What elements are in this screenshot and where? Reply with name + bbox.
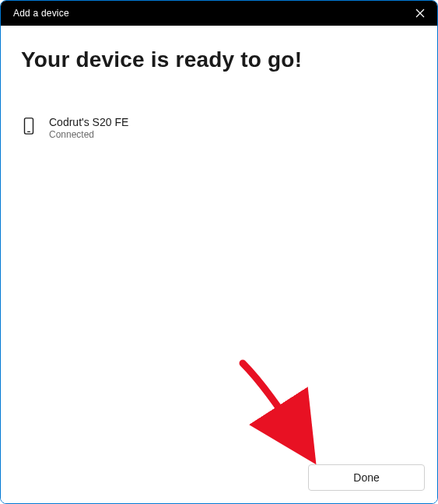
page-title: Your device is ready to go! — [21, 47, 417, 72]
device-name: Codrut's S20 FE — [49, 116, 128, 128]
content-area: Your device is ready to go! Codrut's S20… — [1, 26, 437, 464]
window-title: Add a device — [13, 8, 69, 19]
close-icon[interactable] — [412, 5, 428, 21]
phone-icon — [23, 117, 35, 135]
done-button[interactable]: Done — [308, 464, 425, 491]
device-status: Connected — [49, 129, 128, 140]
footer: Done — [1, 464, 437, 503]
device-info: Codrut's S20 FE Connected — [49, 116, 128, 140]
device-row: Codrut's S20 FE Connected — [21, 116, 417, 140]
titlebar: Add a device — [1, 1, 437, 26]
